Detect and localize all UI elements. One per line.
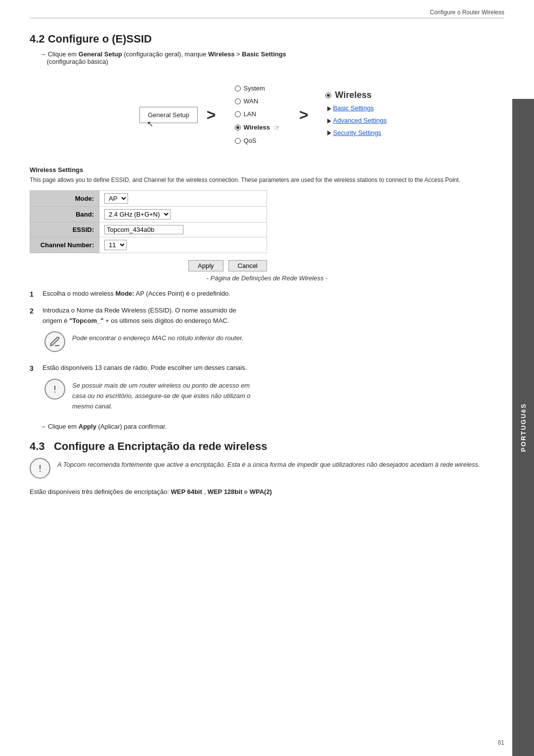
essid-value[interactable] (99, 222, 267, 237)
step-2: 2 Introduza o Nome da Rede Wireless (ESS… (30, 306, 504, 357)
essid-label: ESSID: (30, 222, 99, 237)
intro-gt: > (236, 50, 242, 58)
intro-text-end: (configuração básica) (40, 58, 108, 65)
wireless-panel-title: Wireless (325, 90, 387, 100)
exclamation-icon-1 (44, 379, 65, 400)
menu-item-qos: QoS (235, 134, 280, 147)
apply-arrow: → (40, 423, 48, 430)
step-2-note: Pode encontrar o endereço MAC no rótulo … (44, 331, 243, 352)
wireless-label: Wireless (208, 50, 234, 58)
arrow-symbol: → (40, 50, 48, 58)
sub-link-basic[interactable]: Basic Settings (327, 102, 387, 115)
intro-text-mid: (configuração geral), marque (124, 50, 209, 58)
channel-row: Channel Number: 11 (30, 237, 267, 253)
radio-qos (235, 138, 241, 144)
menu-item-wireless-label: Wireless (244, 121, 270, 134)
basic-settings-link: Basic Settings (333, 102, 374, 115)
step-1-text: Escolha o modo wireless Mode: AP (Acces … (43, 289, 230, 299)
channel-select[interactable]: 11 (104, 240, 127, 250)
arrow-2: > (299, 106, 309, 124)
step-1-number: 1 (30, 289, 43, 300)
step-3: 3 Estão disponíveis 13 canais de rádio. … (30, 363, 504, 417)
apply-line: → Clique em Apply (Aplicar) para confirm… (40, 423, 504, 430)
exclamation-icon-2 (30, 458, 50, 479)
svg-point-0 (54, 392, 55, 393)
wireless-panel: Wireless Basic Settings Advanced Setting… (317, 85, 395, 144)
section-43-note: A Topcom recomenda fortemente que active… (30, 458, 504, 479)
band-value[interactable]: 2.4 GHz (B+G+N) (99, 207, 267, 222)
menu-item-system-label: System (244, 82, 265, 95)
menu-list: System WAN LAN Wireless ☞ QoS (225, 77, 290, 152)
intro-paragraph: → Clique em General Setup (configuração … (40, 50, 504, 65)
advanced-settings-link: Advanced Settings (333, 115, 387, 127)
step-2-number: 2 (30, 306, 43, 316)
mode-label: Mode: (30, 191, 99, 207)
right-sidebar: PORTUGUêS (512, 99, 534, 756)
triangle-basic (327, 106, 331, 111)
menu-item-lan-label: LAN (244, 108, 256, 121)
menu-item-wireless[interactable]: Wireless ☞ (235, 121, 280, 134)
comma-1: , (204, 488, 207, 495)
step-3-number: 3 (30, 363, 43, 374)
channel-value[interactable]: 11 (99, 237, 267, 253)
wpa2-label: WPA(2) (250, 488, 272, 495)
security-settings-link: Security Settings (333, 127, 382, 139)
general-setup-text: General Setup (148, 111, 189, 119)
step-3-text: Estão disponíveis 13 canais de rádio. Po… (43, 363, 247, 373)
section-43-title: 4.3 Configure a Encriptação da rede wire… (30, 440, 504, 453)
cursor-wireless-icon: ☞ (274, 121, 280, 134)
section-43-note-text: A Topcom recomenda fortemente que active… (57, 458, 480, 470)
navigation-diagram: General Setup ↖ > System WAN LAN (30, 77, 504, 152)
section-42-title: 4.2 Configure o (E)SSID (30, 33, 504, 45)
wep128-label: WEP 128bit (208, 488, 243, 495)
mode-value[interactable]: AP (99, 191, 267, 207)
arrow-1: > (207, 106, 216, 124)
encryption-line: Estão disponíveis três definições de enc… (30, 487, 504, 497)
wireless-panel-heading: Wireless (335, 90, 372, 100)
page-caption: - Página de Definições de Rede Wireless … (30, 274, 504, 282)
page-number: 81 (498, 739, 504, 746)
wep64-label: WEP 64bit (171, 488, 202, 495)
wireless-settings-section: Wireless Settings This page allows you t… (30, 166, 504, 282)
svg-point-2 (40, 471, 41, 472)
menu-item-wan-label: WAN (244, 95, 259, 108)
triangle-advanced (327, 119, 331, 124)
section-43-number: 4.3 (30, 440, 45, 452)
band-select[interactable]: 2.4 GHz (B+G+N) (104, 209, 171, 220)
settings-table: Mode: AP Band: 2.4 GHz (B+G+N) ESSID: (30, 190, 267, 253)
wireless-sub-links: Basic Settings Advanced Settings Securit… (325, 102, 387, 139)
step-3-note-text: Se possuir mais de um router wireless ou… (72, 379, 251, 411)
and-text: e (244, 488, 250, 495)
sub-link-security[interactable]: Security Settings (327, 127, 387, 139)
apply-cancel-row: Apply Cancel (30, 260, 267, 271)
cursor-icon: ↖ (147, 119, 153, 129)
header-label: Configure o Router Wireless (430, 9, 504, 16)
radio-lan (235, 111, 241, 117)
intro-text-pre: Clique em (48, 50, 79, 58)
cancel-button[interactable]: Cancel (228, 260, 267, 271)
mode-select[interactable]: AP (104, 193, 128, 204)
band-row: Band: 2.4 GHz (B+G+N) (30, 207, 267, 222)
section-43-heading (48, 440, 51, 452)
step-3-note: Se possuir mais de um router wireless ou… (44, 379, 251, 411)
section-heading: Configure o (E)SSID (48, 33, 152, 45)
essid-input[interactable] (104, 225, 183, 234)
wireless-settings-title: Wireless Settings (30, 166, 504, 174)
apply-text: Clique em Apply (Aplicar) para confirmar… (48, 423, 167, 430)
menu-item-qos-label: QoS (244, 134, 257, 147)
wireless-settings-desc: This page allows you to define ESSID, an… (30, 177, 504, 183)
sub-link-advanced[interactable]: Advanced Settings (327, 115, 387, 127)
triangle-security (327, 131, 331, 135)
radio-wireless-panel (325, 92, 331, 98)
section-number: 4.2 (30, 33, 45, 45)
mode-row: Mode: AP (30, 191, 267, 207)
apply-button[interactable]: Apply (188, 260, 223, 271)
radio-wan (235, 98, 241, 104)
menu-item-system: System (235, 82, 280, 95)
sidebar-label: PORTUGUêS (520, 403, 527, 452)
menu-item-wan: WAN (235, 95, 280, 108)
channel-label: Channel Number: (30, 237, 99, 253)
basic-settings-label: Basic Settings (242, 50, 286, 58)
section-43-heading-text: Configure a Encriptação da rede wireless (54, 440, 267, 452)
general-setup-box[interactable]: General Setup ↖ (139, 107, 198, 123)
